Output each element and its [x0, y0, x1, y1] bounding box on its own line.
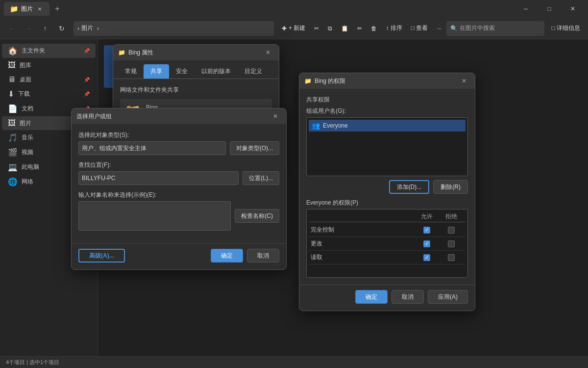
check-btn[interactable]: 检查名称(C): [235, 209, 279, 223]
name-label: 输入对象名称来选择(示例)(E):: [78, 191, 279, 199]
sidebar-item-home[interactable]: 🏠 主文件夹 📌: [2, 44, 96, 58]
home-icon: 🏠: [8, 46, 18, 55]
details-label: □ 详细信息: [551, 24, 580, 32]
sidebar-item-desktop[interactable]: 🖥 桌面 📌: [2, 73, 96, 86]
change-allow-checkbox[interactable]: ✓: [423, 240, 430, 247]
new-tab-btn[interactable]: +: [50, 2, 64, 16]
permissions-ok[interactable]: 确定: [355, 290, 388, 304]
sidebar-label-thispc: 此电脑: [22, 163, 39, 171]
sidebar-label-desktop: 桌面: [20, 76, 31, 84]
perm-change-name: 更改: [311, 239, 415, 248]
sort-label: ↕ 排序: [386, 24, 402, 32]
type-input-row: 对象类型(O)...: [78, 141, 279, 155]
sidebar-label-music: 音乐: [22, 133, 33, 142]
location-input[interactable]: [78, 171, 239, 185]
sidebar-label-documents: 文档: [22, 105, 33, 113]
permissions-apply[interactable]: 应用(A): [428, 290, 468, 304]
sort-btn[interactable]: ↕ 排序: [382, 21, 406, 36]
forward-btn[interactable]: →: [21, 21, 36, 36]
bing-props-icon: 📁: [118, 49, 125, 56]
permissions-titlebar: 📁 Bing 的权限 ✕: [299, 73, 475, 89]
view-btn[interactable]: □ 查看: [407, 21, 432, 36]
location-btn[interactable]: 位置(L)...: [243, 171, 279, 185]
perm-row-full-control: 完全控制 ✓: [309, 223, 466, 237]
tab-close-btn[interactable]: ✕: [36, 5, 44, 13]
new-btn[interactable]: ✚ + 新建: [278, 21, 309, 36]
read-deny-checkbox[interactable]: [448, 254, 455, 261]
documents-icon: 📄: [8, 104, 18, 113]
perm-change-deny[interactable]: [439, 240, 464, 247]
full-allow-checkbox[interactable]: ✓: [423, 227, 430, 234]
tab-customize[interactable]: 目定义: [238, 64, 269, 79]
bing-props-close[interactable]: ✕: [262, 47, 274, 58]
maximize-btn[interactable]: □: [538, 1, 561, 17]
sidebar-label-pictures: 图片: [20, 119, 31, 128]
up-btn[interactable]: ↑: [37, 21, 53, 36]
tab-title: 图片: [21, 5, 33, 13]
name-textarea[interactable]: [78, 201, 231, 231]
address-bar[interactable]: › 图片 ›: [74, 21, 274, 36]
details-btn[interactable]: □ 详细信息: [547, 21, 584, 36]
paste-btn[interactable]: 📋: [337, 21, 352, 36]
copy-btn[interactable]: ⧉: [324, 21, 336, 36]
rename-btn[interactable]: ✏: [353, 21, 366, 36]
location-label: 查找位置(F):: [78, 161, 279, 169]
close-btn[interactable]: ✕: [562, 1, 584, 17]
select-user-ok[interactable]: 确定: [211, 249, 243, 263]
perm-change-allow[interactable]: ✓: [415, 240, 439, 247]
type-input[interactable]: [78, 141, 226, 155]
tab-share[interactable]: 共享: [144, 64, 169, 79]
group-everyone-icon: 👥: [312, 122, 320, 130]
minimize-btn[interactable]: ─: [514, 1, 537, 17]
pin-icon: 📌: [84, 48, 90, 53]
permissions-cancel[interactable]: 取消: [392, 290, 424, 304]
select-user-content: 选择此对象类型(S): 对象类型(O)... 查找位置(F): 位置(L)...: [72, 124, 286, 243]
sidebar-item-gallery[interactable]: 🖼 图库: [2, 58, 96, 72]
group-list-box: 👥 Everyone: [306, 117, 468, 176]
perm-row-change: 更改 ✓: [309, 237, 466, 251]
permissions-footer: 确定 取消 应用(A): [299, 285, 475, 311]
full-deny-checkbox[interactable]: [448, 227, 455, 234]
change-deny-checkbox[interactable]: [448, 240, 455, 247]
add-btn[interactable]: 添加(D)...: [389, 180, 430, 194]
new-icon: ✚: [282, 25, 287, 32]
sidebar-item-downloads[interactable]: ⬇ 下载 📌: [2, 87, 96, 101]
perms-table-box: 允许 拒绝 完全控制 ✓ 更改: [306, 209, 468, 278]
perm-read-deny[interactable]: [439, 254, 464, 261]
group-label: 组或用户名(G):: [306, 107, 468, 115]
explorer-tab[interactable]: 📁 图片 ✕: [4, 2, 49, 16]
permissions-section-label: 共享权限: [306, 96, 468, 104]
perm-read-allow[interactable]: ✓: [415, 254, 439, 261]
perm-col-deny: 拒绝: [439, 212, 464, 221]
music-icon: 🎵: [8, 133, 18, 142]
permissions-icon: 📁: [304, 78, 312, 84]
search-bar[interactable]: 🔍 在图片中搜索: [446, 21, 544, 36]
select-user-close[interactable]: ✕: [270, 110, 281, 122]
type-btn[interactable]: 对象类型(O)...: [230, 141, 279, 155]
sidebar-label-videos: 视频: [22, 148, 33, 157]
read-allow-checkbox[interactable]: ✓: [423, 254, 430, 261]
perm-full-allow[interactable]: ✓: [415, 227, 439, 234]
location-row: 查找位置(F): 位置(L)...: [78, 161, 279, 185]
select-user-dialog: 选择用户或组 ✕ 选择此对象类型(S): 对象类型(O)... 查找位置(F):…: [71, 108, 287, 270]
address-icon: ›: [77, 25, 79, 32]
select-user-title: 选择用户或组: [76, 112, 267, 121]
tab-general[interactable]: 常规: [118, 64, 144, 79]
share-section-title: 网络文件和文件夹共享: [120, 86, 272, 94]
delete-btn[interactable]: 🗑: [367, 21, 381, 36]
permissions-close[interactable]: ✕: [458, 75, 470, 87]
permissions-actions: 添加(D)... 删除(R): [306, 180, 468, 194]
select-user-ok-cancel: 确定 取消: [211, 249, 279, 263]
type-row: 选择此对象类型(S): 对象类型(O)...: [78, 131, 279, 155]
group-item-everyone[interactable]: 👥 Everyone: [309, 120, 466, 131]
remove-btn[interactable]: 删除(R): [433, 180, 468, 194]
refresh-btn[interactable]: ↻: [54, 21, 70, 36]
select-user-cancel[interactable]: 取消: [247, 249, 279, 263]
tab-security[interactable]: 安全: [169, 64, 195, 79]
more-btn[interactable]: ···: [433, 21, 445, 36]
tab-previous[interactable]: 以前的版本: [195, 64, 238, 79]
back-btn[interactable]: ←: [4, 21, 20, 36]
cut-btn[interactable]: ✂: [310, 21, 323, 36]
perm-full-deny[interactable]: [439, 227, 464, 234]
advanced-btn[interactable]: 高级(A)...: [78, 249, 125, 263]
